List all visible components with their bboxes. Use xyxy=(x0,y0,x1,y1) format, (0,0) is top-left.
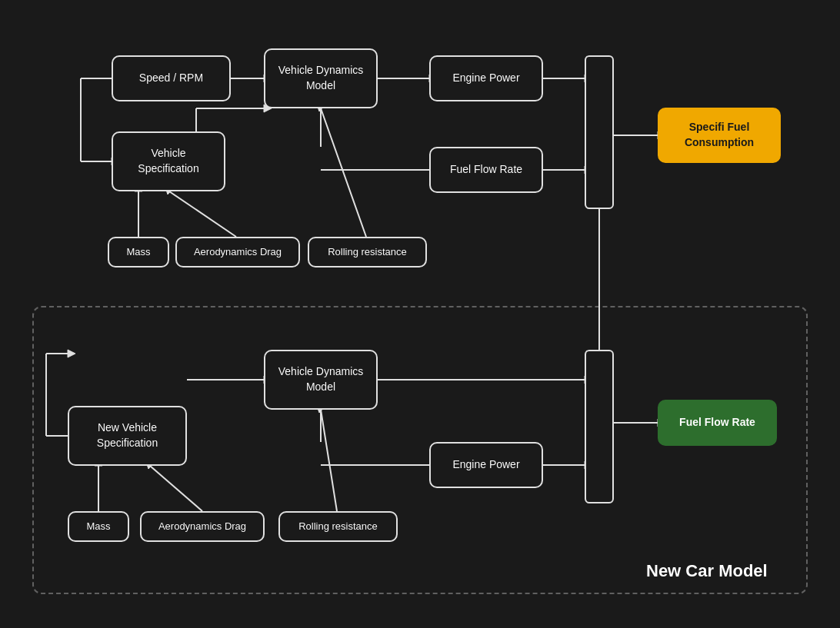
new-vehicle-specification-label: New VehicleSpecification xyxy=(97,420,158,450)
diagram-container: New Car Model xyxy=(0,0,840,628)
vehicle-dynamics-model-1-box: Vehicle DynamicsModel xyxy=(264,48,378,108)
speed-rpm-box: Speed / RPM xyxy=(112,55,231,101)
engine-power-1-box: Engine Power xyxy=(429,55,543,101)
tall-box-1 xyxy=(585,55,614,209)
vehicle-dynamics-model-1-label: Vehicle DynamicsModel xyxy=(278,63,364,93)
fuel-flow-rate-2-box: Fuel Flow Rate xyxy=(658,400,777,446)
vehicle-dynamics-model-2-label: Vehicle DynamicsModel xyxy=(278,364,364,394)
mass-2-label: Mass xyxy=(86,520,110,533)
vehicle-specification-1-label: VehicleSpecification xyxy=(138,146,198,176)
svg-line-15 xyxy=(169,191,236,237)
aero-drag-2-label: Aerodynamics Drag xyxy=(158,520,246,533)
vehicle-specification-1-box: VehicleSpecification xyxy=(112,131,225,191)
tall-box-2 xyxy=(585,350,614,503)
rolling-resistance-1-box: Rolling resistance xyxy=(308,237,427,267)
engine-power-2-box: Engine Power xyxy=(429,442,543,488)
fuel-flow-rate-2-label: Fuel Flow Rate xyxy=(679,415,755,430)
rolling-resistance-2-label: Rolling resistance xyxy=(298,520,378,533)
rolling-resistance-1-label: Rolling resistance xyxy=(328,245,407,259)
rolling-resistance-2-box: Rolling resistance xyxy=(278,511,398,542)
svg-line-17 xyxy=(321,108,366,237)
engine-power-2-label: Engine Power xyxy=(452,457,519,473)
mass-1-label: Mass xyxy=(126,245,150,259)
new-car-model-label: New Car Model xyxy=(646,561,768,581)
mass-2-box: Mass xyxy=(68,511,129,542)
specifi-fuel-consumption-box: Specifi FuelConsumption xyxy=(658,108,781,163)
aero-drag-1-label: Aerodynamics Drag xyxy=(194,245,282,259)
aero-drag-1-box: Aerodynamics Drag xyxy=(175,237,300,267)
fuel-flow-rate-1-box: Fuel Flow Rate xyxy=(429,147,543,193)
specifi-fuel-consumption-label: Specifi FuelConsumption xyxy=(685,120,754,150)
speed-rpm-label: Speed / RPM xyxy=(139,71,203,86)
engine-power-1-label: Engine Power xyxy=(452,71,519,86)
new-vehicle-specification-box: New VehicleSpecification xyxy=(68,406,187,466)
vehicle-dynamics-model-2-box: Vehicle DynamicsModel xyxy=(264,350,378,410)
aero-drag-2-box: Aerodynamics Drag xyxy=(140,511,265,542)
fuel-flow-rate-1-label: Fuel Flow Rate xyxy=(450,162,522,178)
mass-1-box: Mass xyxy=(108,237,169,267)
